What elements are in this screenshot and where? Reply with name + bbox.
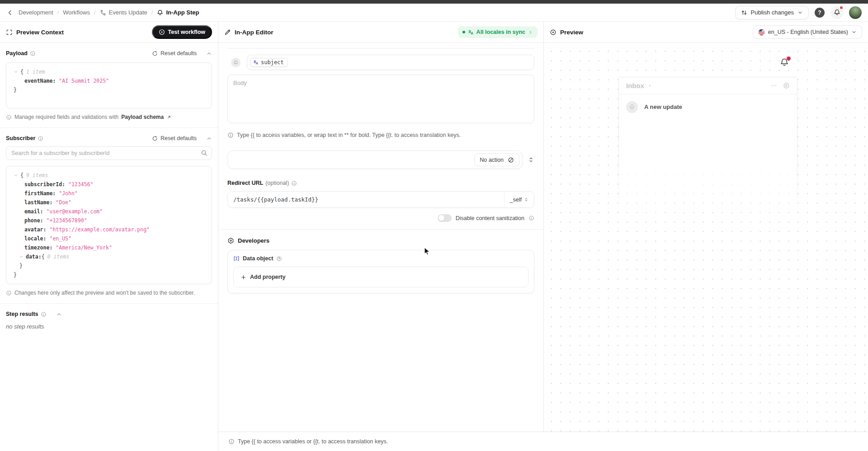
- collapse-caret-icon[interactable]: [19, 254, 24, 259]
- json-line: phone:"+1234567890": [10, 216, 208, 225]
- notifications-button[interactable]: [830, 6, 843, 19]
- locales-sync-badge[interactable]: All locales in sync: [458, 26, 538, 38]
- inbox-preview-card: Inbox A new update: [618, 77, 797, 226]
- publish-icon: [741, 9, 747, 16]
- subscriber-reset-button[interactable]: Reset defaults: [152, 135, 197, 141]
- payload-json-editor[interactable]: { 1 item eventName: "AI Summit 2025" }: [6, 62, 212, 108]
- locale-selector-button[interactable]: en_US - English (United States): [753, 25, 862, 39]
- json-line: data: { 0 items: [10, 252, 208, 261]
- plus-icon: [241, 274, 246, 280]
- status-dot: [462, 31, 465, 33]
- info-icon: [41, 311, 47, 317]
- unread-dot: [787, 56, 791, 61]
- collapse-caret-icon[interactable]: [14, 173, 18, 178]
- divider: [218, 229, 543, 230]
- notification-avatar: [626, 101, 638, 113]
- settings-gear-icon[interactable]: [783, 82, 790, 89]
- inbox-bell-icon[interactable]: [780, 58, 789, 67]
- json-line: eventName: "AI Summit 2025": [10, 76, 208, 85]
- payload-reset-button[interactable]: Reset defaults: [152, 50, 197, 56]
- breadcrumb-workflows[interactable]: Workflows: [63, 9, 90, 16]
- redirect-url-input[interactable]: [228, 192, 504, 207]
- step-results-empty: no step results: [6, 323, 212, 330]
- subject-input[interactable]: subject: [247, 55, 534, 70]
- json-line: subscriberId:"123456": [10, 180, 208, 189]
- no-action-button[interactable]: No action: [474, 153, 519, 166]
- info-icon: [38, 136, 43, 141]
- help-circle-icon: [276, 256, 282, 262]
- redirect-target-select[interactable]: _self: [504, 192, 534, 207]
- test-workflow-button[interactable]: Test workflow: [152, 25, 212, 39]
- bell-icon: [157, 9, 163, 16]
- navbar-actions: Publish changes ?: [735, 6, 862, 19]
- breadcrumb-development[interactable]: Development: [19, 9, 53, 16]
- primary-action-box[interactable]: No action: [227, 150, 523, 169]
- json-line: avatar:"https://example.com/avatar.png": [10, 225, 208, 234]
- preview-context-panel: Preview Context Test workflow Payload Re…: [0, 22, 218, 451]
- info-icon: [291, 180, 297, 186]
- developers-section-header: Developers: [227, 237, 534, 244]
- work-area: In-App Editor All locales in sync: [218, 22, 868, 451]
- chevron-up-icon[interactable]: [206, 51, 212, 56]
- payload-title: Payload: [6, 50, 28, 56]
- info-icon: [6, 290, 12, 296]
- inbox-title: Inbox: [626, 82, 644, 89]
- preview-header: Preview en_US - English (United States): [544, 22, 868, 43]
- top-navbar: Development / Workflows / Events Update …: [0, 4, 868, 22]
- breadcrumb-step-name[interactable]: In-App Step: [157, 9, 199, 16]
- panel-title: In-App Editor: [235, 29, 273, 36]
- json-line: { 1 item: [10, 67, 208, 76]
- more-options-icon[interactable]: [770, 82, 777, 89]
- breadcrumb-workflow-name[interactable]: Events Update: [100, 9, 147, 16]
- editor-hint: Type {{ to access variables, or wrap tex…: [227, 132, 534, 138]
- disable-sanitization-toggle[interactable]: [438, 214, 452, 222]
- json-line: { 9 items: [10, 171, 208, 180]
- data-object-card: Data object Add property: [227, 250, 534, 293]
- back-button[interactable]: [6, 9, 14, 16]
- body-input[interactable]: [227, 75, 534, 123]
- chevron-up-icon[interactable]: [56, 311, 62, 317]
- subscriber-json-editor[interactable]: { 9 items subscriberId:"123456" firstNam…: [6, 166, 212, 284]
- redirect-url-field: _self: [227, 191, 534, 208]
- in-app-editor-header: In-App Editor All locales in sync: [218, 22, 543, 43]
- payload-section-head: Payload Reset defaults: [6, 50, 212, 56]
- step-results-title: Step results: [6, 311, 38, 317]
- editor-topline: [227, 48, 534, 49]
- data-object-icon: [233, 255, 240, 262]
- json-line: }: [10, 270, 208, 279]
- payload-note: Manage required fields and validations w…: [6, 114, 212, 120]
- preview-canvas: Inbox A new update: [544, 43, 868, 432]
- inbox-header: Inbox: [619, 77, 797, 94]
- info-icon: [6, 114, 12, 120]
- chevron-down-icon: [851, 29, 857, 35]
- subject-variable-chip[interactable]: subject: [250, 58, 288, 67]
- redirect-url-label: Redirect URL: [227, 180, 263, 186]
- chevron-up-icon[interactable]: [206, 136, 212, 141]
- inbox-notification-item[interactable]: A new update: [619, 94, 797, 120]
- subscriber-section: Subscriber Reset defaults { 9 items subs: [0, 128, 218, 303]
- info-icon: [228, 438, 235, 445]
- expand-actions-icon[interactable]: [528, 156, 534, 163]
- help-button[interactable]: ?: [815, 8, 825, 18]
- payload-schema-link[interactable]: Payload schema: [121, 114, 164, 120]
- external-link-icon: [166, 115, 171, 120]
- json-line: firstName:"John": [10, 189, 208, 198]
- select-carets-icon: [524, 197, 528, 202]
- user-avatar[interactable]: [849, 6, 862, 19]
- publish-changes-button[interactable]: Publish changes: [735, 6, 809, 19]
- breadcrumb: Development / Workflows / Events Update …: [6, 9, 199, 16]
- editor-preview-panels: In-App Editor All locales in sync: [218, 22, 868, 432]
- collapse-caret-icon[interactable]: [14, 70, 18, 74]
- add-property-button[interactable]: Add property: [233, 267, 528, 287]
- preview-context-header: Preview Context Test workflow: [0, 22, 218, 43]
- info-icon: [227, 132, 234, 138]
- inbox-actions: [770, 82, 790, 89]
- preview-panel: Preview en_US - English (United States): [544, 22, 868, 432]
- breadcrumb-separator: /: [57, 9, 59, 16]
- subscriber-search-input[interactable]: [6, 146, 212, 160]
- caret-down-icon[interactable]: [647, 83, 652, 88]
- step-results-section: Step results no step results: [0, 304, 218, 337]
- subject-row: subject: [227, 55, 534, 70]
- chevron-right-icon: [528, 30, 533, 35]
- payload-section: Payload Reset defaults { 1 item eventNam…: [0, 43, 218, 127]
